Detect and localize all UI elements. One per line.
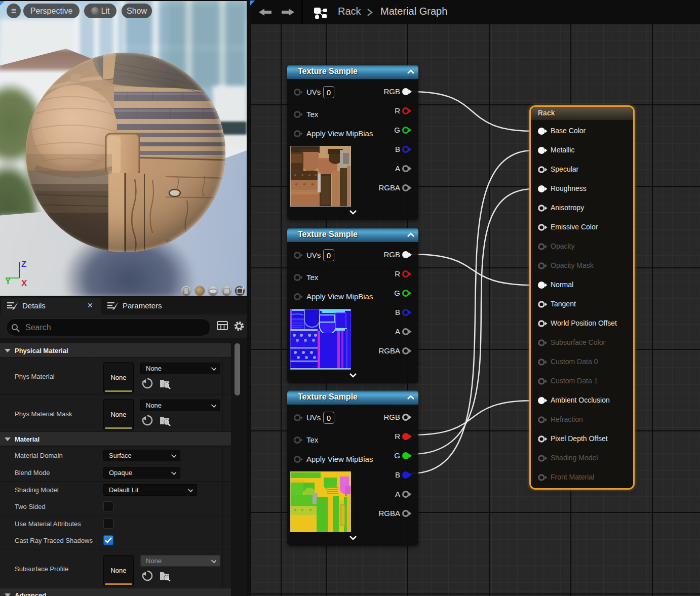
svg-text:Z: Z	[21, 259, 26, 269]
svg-text:Y: Y	[5, 276, 11, 286]
svg-text:X: X	[21, 279, 27, 288]
